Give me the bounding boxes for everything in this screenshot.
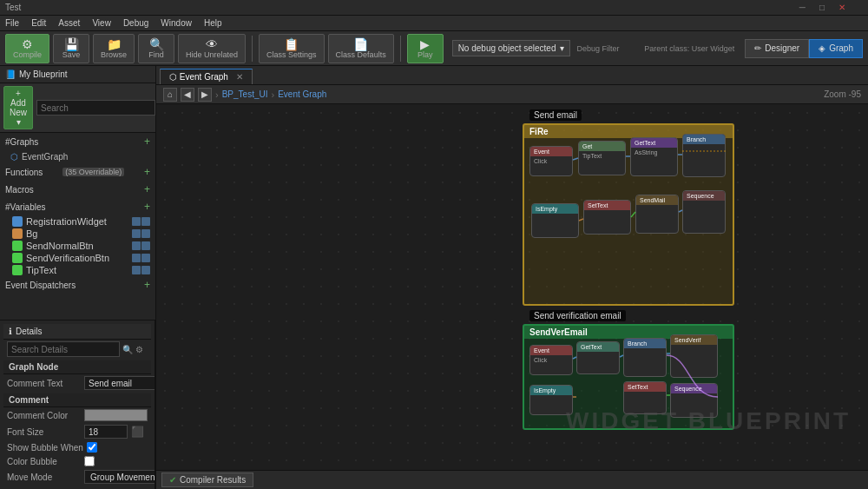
graph-node-section: Graph Node bbox=[3, 360, 151, 374]
font-size-row: Font Size ⬛ bbox=[3, 423, 151, 440]
var-item-tiptext[interactable]: TipText bbox=[0, 264, 155, 276]
bp-node-v5[interactable]: IsEmpty bbox=[529, 385, 573, 415]
color-bubble-checkbox[interactable] bbox=[84, 456, 95, 466]
send-email-comment-box[interactable]: FiRe Event Click Get TipText GetText AsS… bbox=[523, 123, 734, 306]
bp-node-v1[interactable]: Event Click bbox=[529, 345, 573, 375]
functions-add-button[interactable]: + bbox=[144, 166, 150, 178]
show-bubble-checkbox[interactable] bbox=[87, 442, 97, 453]
graph-tab-label: Graph bbox=[829, 43, 853, 53]
browse-button[interactable]: 📁 Browse bbox=[93, 34, 135, 63]
var-name: TipText bbox=[26, 265, 56, 275]
bp-node-7[interactable]: SendMail bbox=[635, 195, 679, 234]
comment-section-label: Comment bbox=[9, 395, 49, 405]
functions-count-badge: (35 Overridable) bbox=[62, 168, 124, 176]
breadcrumb-forward-button[interactable]: ▶ bbox=[198, 88, 212, 102]
titlebar: Test ─ □ ✕ bbox=[0, 0, 868, 16]
designer-tab[interactable]: ✏ Designer bbox=[745, 39, 809, 58]
bp-node-v4[interactable]: SendVerif bbox=[670, 334, 718, 378]
comment-color-picker[interactable] bbox=[84, 409, 148, 421]
var-item-sendnormalbtn[interactable]: SendNormalBtn bbox=[0, 240, 155, 252]
graphs-section-header[interactable]: #Graphs + bbox=[0, 133, 155, 150]
designer-graph-tabs: ✏ Designer ◈ Graph bbox=[745, 39, 863, 58]
bp-node-2[interactable]: Get TipText bbox=[578, 141, 626, 175]
graph-node-label: Graph Node bbox=[9, 362, 58, 372]
variables-section-header[interactable]: #Variables + bbox=[0, 198, 155, 215]
menu-help[interactable]: Help bbox=[204, 18, 222, 28]
class-defaults-button[interactable]: 📄 Class Defaults bbox=[328, 34, 394, 63]
var-icons bbox=[132, 229, 150, 238]
event-graph-item[interactable]: ⬡ EventGraph bbox=[0, 150, 155, 163]
bp-node-5[interactable]: IsEmpty bbox=[531, 203, 579, 238]
details-header: ℹ Details bbox=[3, 324, 151, 340]
variables-add-button[interactable]: + bbox=[144, 201, 150, 213]
sep1 bbox=[252, 36, 253, 62]
move-mode-label: Move Mode bbox=[7, 472, 81, 482]
compiler-results-tab[interactable]: ✔ Compiler Results bbox=[161, 472, 253, 487]
bp-node-3[interactable]: GetText AsString bbox=[630, 137, 678, 176]
bp-node-6[interactable]: SetText bbox=[583, 200, 631, 235]
bp-node-v2[interactable]: GetText bbox=[576, 341, 620, 374]
macros-section-header[interactable]: Macros + bbox=[0, 181, 155, 198]
left-panel-scroll[interactable]: #Graphs + ⬡ EventGraph Functions (35 Ove… bbox=[0, 133, 155, 320]
event-dispatchers-header[interactable]: Event Dispatchers + bbox=[0, 276, 155, 294]
breadcrumb-home-button[interactable]: ⌂ bbox=[163, 88, 177, 102]
details-search-input[interactable] bbox=[7, 341, 120, 357]
add-new-button[interactable]: + Add New ▾ bbox=[3, 86, 33, 129]
comment-text-input[interactable] bbox=[84, 376, 155, 390]
breadcrumb-root[interactable]: BP_Test_UI bbox=[222, 89, 268, 99]
designer-icon: ✏ bbox=[754, 43, 761, 53]
chevron-down-icon: ▾ bbox=[16, 117, 21, 127]
graph-tab[interactable]: ◈ Graph bbox=[809, 39, 863, 58]
bp-node-v6[interactable]: SetText bbox=[623, 381, 667, 414]
menu-view[interactable]: View bbox=[92, 18, 111, 28]
graphs-add-button[interactable]: + bbox=[144, 135, 150, 148]
details-icon: ℹ bbox=[9, 327, 12, 336]
parent-class-label: Parent class: User Widget bbox=[644, 44, 734, 53]
breadcrumb-sep2: › bbox=[271, 89, 274, 100]
dispatchers-add-button[interactable]: + bbox=[144, 279, 150, 291]
font-size-input[interactable] bbox=[84, 425, 128, 439]
bp-node-v7[interactable]: Sequence bbox=[670, 383, 718, 418]
debug-filter[interactable]: No debug object selected ▾ bbox=[452, 40, 570, 56]
breadcrumb-current[interactable]: Event Graph bbox=[278, 89, 326, 99]
compiler-tab-icon: ✔ bbox=[169, 475, 176, 485]
var-item-registrationwidget[interactable]: RegistrationWidget bbox=[0, 215, 155, 228]
menu-edit[interactable]: Edit bbox=[31, 18, 46, 28]
compile-icon: ⚙ bbox=[22, 38, 33, 50]
move-mode-select[interactable]: Group Movement bbox=[84, 470, 155, 484]
var-icons bbox=[132, 217, 150, 226]
send-verification-comment-box[interactable]: SendVerEmail Event Click GetText Branch … bbox=[523, 324, 734, 430]
font-size-spinner-icon[interactable]: ⬛ bbox=[131, 426, 144, 438]
compile-button[interactable]: ⚙ Compile bbox=[5, 34, 49, 63]
bp-node-v3[interactable]: Branch bbox=[623, 338, 667, 377]
show-bubble-label: Show Bubble When bbox=[7, 443, 83, 453]
class-settings-button[interactable]: 📋 Class Settings bbox=[259, 34, 325, 63]
find-button[interactable]: 🔍 Find bbox=[138, 34, 174, 63]
var-item-bg[interactable]: Bg bbox=[0, 228, 155, 240]
bp-node-8[interactable]: Sequence bbox=[682, 190, 726, 234]
event-graph-tab[interactable]: ⬡ Event Graph ✕ bbox=[160, 69, 253, 84]
functions-section-header[interactable]: Functions (35 Overridable) + bbox=[0, 163, 155, 181]
macros-add-button[interactable]: + bbox=[144, 183, 150, 195]
tab-bar: ⬡ Event Graph ✕ bbox=[156, 66, 868, 85]
menu-asset[interactable]: Asset bbox=[58, 18, 80, 28]
bp-node-4[interactable]: Branch bbox=[682, 134, 726, 177]
play-button[interactable]: ▶ Play bbox=[407, 34, 444, 63]
debug-filter-sublabel: Debug Filter bbox=[577, 44, 620, 53]
class-defaults-icon: 📄 bbox=[353, 38, 368, 50]
hide-unrelated-button[interactable]: 👁 Hide Unrelated bbox=[178, 34, 246, 63]
details-settings-icon[interactable]: ⚙ bbox=[135, 345, 143, 354]
graph-canvas[interactable]: Send email FiRe Event Click Get TipText … bbox=[156, 104, 868, 470]
menu-file[interactable]: File bbox=[5, 18, 19, 28]
event-graph-label: EventGraph bbox=[22, 152, 68, 162]
save-button[interactable]: 💾 Save bbox=[53, 34, 89, 63]
var-item-sendverificationbtn[interactable]: SendVerificationBtn bbox=[0, 252, 155, 264]
breadcrumb-back-button[interactable]: ◀ bbox=[181, 88, 194, 102]
menu-window[interactable]: Window bbox=[161, 18, 192, 28]
window-controls: ─ □ ✕ bbox=[799, 3, 854, 12]
send-verification-label: Send verification email bbox=[529, 310, 626, 321]
bp-node-1[interactable]: Event Click bbox=[529, 146, 573, 176]
blueprint-search-input[interactable] bbox=[36, 100, 155, 116]
event-graph-tab-close[interactable]: ✕ bbox=[236, 72, 243, 82]
menu-debug[interactable]: Debug bbox=[123, 18, 148, 28]
